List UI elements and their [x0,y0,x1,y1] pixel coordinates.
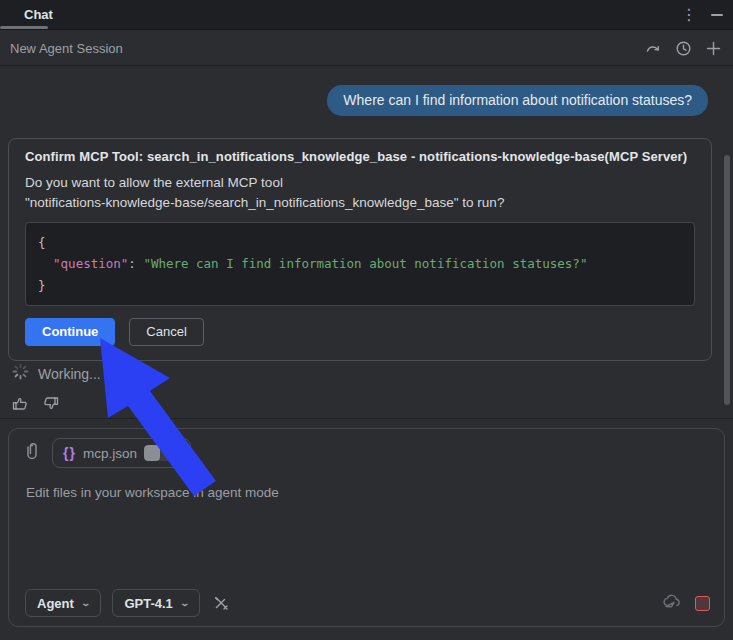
titlebar-actions: ⋮ [681,0,723,30]
composer-panel[interactable]: {} mcp.json Edit files in your workspace… [8,428,725,627]
stop-button[interactable] [695,596,710,611]
chat-tool-window: Chat ⋮ New Agent Session [0,0,733,640]
mcp-confirm-card: Confirm MCP Tool: search_in_notification… [8,138,712,361]
session-toolbar: New Agent Session [0,31,733,66]
minimize-icon[interactable] [711,14,723,16]
mcp-confirm-title: Confirm MCP Tool: search_in_notification… [25,149,695,164]
code-close-brace: } [38,278,46,293]
working-status-text: Working... [38,366,101,382]
composer-divider [0,418,733,419]
chevron-down-icon: ⌄ [80,598,91,608]
composer-bottom-bar: Agent ⌄ GPT-4.1 ⌄ [25,589,710,617]
attach-paperclip-icon[interactable] [25,440,39,466]
toolbar-actions [643,38,723,58]
feedback-row [10,393,61,413]
code-string-value: "Where can I find information about noti… [143,256,587,271]
active-tab-underline [0,26,48,29]
code-open-brace: { [38,235,46,250]
code-separator: : [128,256,143,271]
context-file-chip[interactable]: {} mcp.json [52,438,191,468]
model-selector-label: GPT-4.1 [124,596,172,611]
confirm-buttons-row: Continue Cancel [25,318,695,346]
context-toggle[interactable] [144,445,180,461]
mode-selector-label: Agent [37,596,74,611]
json-file-icon: {} [63,445,76,461]
thumbs-down-icon[interactable] [41,393,61,413]
code-key-question: "question" [53,256,128,271]
session-title: New Agent Session [10,41,123,56]
working-status-row: Working... [12,363,101,384]
tab-chat[interactable]: Chat [24,7,53,22]
context-toggle-knob [144,445,160,461]
attachment-row: {} mcp.json [25,438,191,468]
code-indent [38,256,53,271]
cancel-button[interactable]: Cancel [129,318,203,346]
cloud-sync-icon[interactable] [662,593,682,613]
undo-icon[interactable] [643,38,663,58]
chat-message-area: Where can I find information about notif… [0,66,733,418]
composer-right-actions [662,593,710,613]
more-options-icon[interactable]: ⋮ [681,7,697,23]
mode-selector[interactable]: Agent ⌄ [25,589,101,617]
chevron-down-icon: ⌄ [179,598,190,608]
history-clock-icon[interactable] [673,38,693,58]
mcp-confirm-body: Do you want to allow the external MCP to… [25,173,695,212]
spinner-icon [12,363,29,384]
mcp-confirm-body-line1: Do you want to allow the external MCP to… [25,173,695,193]
mcp-args-code-block: { "question": "Where can I find informat… [25,222,695,306]
user-message-bubble: Where can I find information about notif… [327,85,708,116]
mcp-confirm-body-line2: "notifications-knowledge-base/search_in_… [25,193,695,213]
tools-icon[interactable] [211,593,231,613]
continue-button[interactable]: Continue [25,318,115,346]
context-file-name: mcp.json [83,446,137,461]
new-session-plus-icon[interactable] [703,38,723,58]
chat-scrollbar[interactable] [724,155,730,405]
thumbs-up-icon[interactable] [10,393,30,413]
title-bar: Chat ⋮ [0,0,733,30]
composer-placeholder[interactable]: Edit files in your workspace in agent mo… [26,485,279,500]
model-selector[interactable]: GPT-4.1 ⌄ [112,589,200,617]
